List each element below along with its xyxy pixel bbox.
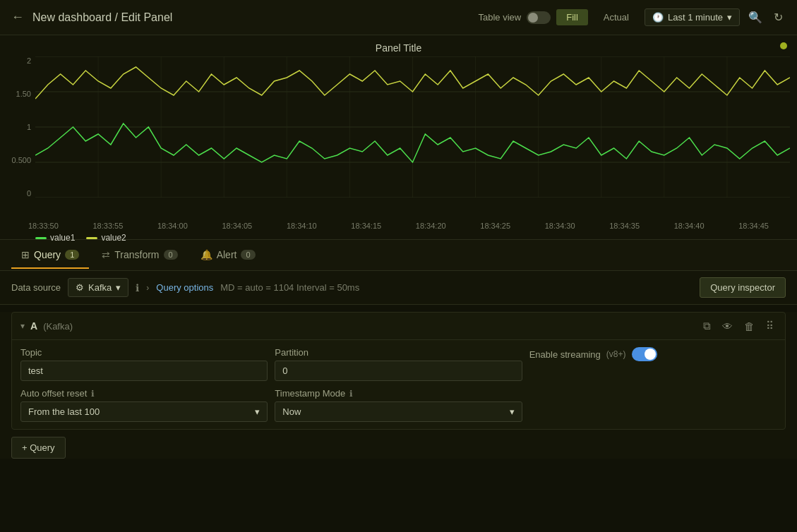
header-right: Table view Fill Actual 🕐 Last 1 minute ▾…: [479, 8, 786, 27]
timestamp-info-button[interactable]: ℹ: [349, 389, 353, 399]
y-label: 2: [27, 56, 31, 65]
alert-icon: 🔔: [200, 249, 212, 260]
query-letter: A: [30, 320, 37, 332]
chart-svg: [35, 56, 790, 198]
tab-alert[interactable]: 🔔 Alert 0: [191, 242, 265, 269]
time-range-label: Last 1 minute: [668, 12, 723, 23]
y-label: 1.50: [16, 90, 31, 98]
fill-button[interactable]: Fill: [556, 9, 588, 25]
tab-transform-badge: 0: [164, 250, 178, 260]
header: ← New dashboard / Edit Panel Table view …: [0, 0, 797, 35]
x-label: 18:34:20: [416, 222, 446, 230]
datasource-label: Data source: [11, 282, 61, 293]
partition-field-row: Partition: [275, 347, 522, 358]
query-fields: Topic Partition Enable streaming (v8+): [12, 340, 785, 429]
x-label: 18:34:00: [157, 222, 188, 230]
auto-offset-select[interactable]: From the last 100 ▾: [20, 401, 268, 422]
chevron-down-icon: ▾: [116, 282, 121, 293]
panel-title: Panel Title: [0, 42, 797, 54]
streaming-row: Enable streaming (v8+): [529, 347, 777, 361]
delete-button[interactable]: 🗑: [741, 319, 757, 334]
query-row-a: ▾ A (Kafka) ⧉ 👁 🗑 ⠿ Topic Partition: [11, 312, 786, 430]
x-label: 18:34:40: [674, 222, 705, 230]
y-label: 0: [27, 189, 31, 198]
tab-query-badge: 1: [65, 250, 79, 260]
x-label: 18:33:50: [28, 222, 59, 230]
streaming-toggle[interactable]: [632, 347, 657, 361]
collapse-icon[interactable]: ▾: [20, 321, 25, 331]
query-datasource-label: (Kafka): [43, 321, 73, 332]
datasource-name: Kafka: [88, 282, 112, 293]
auto-offset-value: From the last 100: [28, 406, 100, 417]
x-axis: 18:33:50 18:33:55 18:34:00 18:34:05 18:3…: [0, 219, 797, 230]
timestamp-field-group: Timestamp Mode ℹ Now ▾: [275, 388, 522, 422]
partition-input[interactable]: [275, 361, 522, 381]
query-options-link[interactable]: Query options: [156, 282, 213, 293]
x-label: 18:34:45: [738, 222, 769, 230]
legend-color-value1: [35, 237, 47, 239]
auto-offset-label: Auto offset reset: [20, 388, 87, 399]
tab-alert-label: Alert: [217, 249, 237, 260]
query-row-header: ▾ A (Kafka) ⧉ 👁 🗑 ⠿: [12, 313, 785, 340]
chart-container: Panel Title 2 1.50 1 0.500 0: [0, 35, 797, 240]
chevron-down-icon: ▾: [255, 406, 260, 417]
transform-icon: ⇄: [102, 249, 110, 260]
datasource-info-button[interactable]: ℹ: [136, 282, 139, 294]
y-axis: 2 1.50 1 0.500 0: [7, 56, 35, 198]
streaming-field-group: Enable streaming (v8+): [529, 347, 777, 381]
table-view-toggle[interactable]: [527, 11, 551, 24]
datasource-select[interactable]: ⚙ Kafka ▾: [68, 278, 128, 297]
tab-alert-badge: 0: [241, 250, 255, 260]
auto-offset-field-row: Auto offset reset ℹ: [20, 388, 268, 399]
chart-area: 2 1.50 1 0.500 0: [7, 56, 790, 219]
auto-offset-field-group: Auto offset reset ℹ From the last 100 ▾: [20, 388, 268, 422]
refresh-button[interactable]: ↻: [771, 8, 786, 27]
tab-transform-label: Transform: [114, 249, 159, 260]
x-label: 18:34:25: [480, 222, 510, 230]
x-label: 18:34:05: [222, 222, 252, 230]
query-row-actions: ⧉ 👁 🗑 ⠿: [700, 318, 777, 334]
separator-chevron: ›: [146, 283, 149, 293]
auto-offset-info-button[interactable]: ℹ: [91, 389, 95, 399]
partition-label: Partition: [275, 347, 308, 358]
topic-label: Topic: [20, 347, 42, 358]
back-button[interactable]: ←: [11, 10, 24, 25]
chevron-down-icon: ▾: [727, 12, 732, 23]
timestamp-label: Timestamp Mode: [275, 388, 345, 399]
time-range-button[interactable]: 🕐 Last 1 minute ▾: [645, 8, 740, 26]
query-inspector-button[interactable]: Query inspector: [700, 277, 786, 298]
y-label: 1: [27, 123, 31, 131]
x-label: 18:34:35: [609, 222, 640, 230]
eye-button[interactable]: 👁: [719, 319, 736, 334]
streaming-version: (v8+): [606, 349, 626, 359]
topic-field-group: Topic: [20, 347, 268, 381]
topic-input[interactable]: [20, 361, 268, 381]
y-label: 0.500: [11, 156, 31, 164]
timestamp-field-row: Timestamp Mode ℹ: [275, 388, 522, 399]
x-label: 18:33:55: [92, 222, 123, 230]
clock-icon: 🕐: [652, 12, 664, 23]
drag-handle[interactable]: ⠿: [763, 318, 777, 334]
legend-color-value2: [86, 237, 97, 239]
topic-field-row: Topic: [20, 347, 268, 358]
query-bar: Data source ⚙ Kafka ▾ ℹ › Query options …: [0, 271, 797, 305]
add-query-button[interactable]: + Query: [11, 437, 66, 459]
actual-button[interactable]: Actual: [594, 9, 639, 25]
table-view-label: Table view: [479, 12, 522, 23]
zoom-out-button[interactable]: 🔍: [745, 8, 765, 27]
query-section: ▾ A (Kafka) ⧉ 👁 🗑 ⠿ Topic Partition: [0, 312, 797, 459]
chevron-down-icon: ▾: [510, 406, 515, 417]
query-meta: MD = auto = 1104 Interval = 50ms: [220, 282, 359, 293]
status-indicator: [780, 42, 787, 49]
x-label: 18:34:15: [351, 222, 381, 230]
tab-query-label: Query: [34, 249, 61, 260]
tab-query[interactable]: ⊞ Query 1: [11, 242, 89, 269]
duplicate-button[interactable]: ⧉: [700, 318, 714, 334]
timestamp-value: Now: [282, 406, 301, 417]
x-label: 18:34:30: [545, 222, 575, 230]
breadcrumb: New dashboard / Edit Panel: [32, 11, 172, 24]
timestamp-select[interactable]: Now ▾: [275, 401, 522, 422]
gear-icon: ⚙: [76, 282, 84, 293]
query-icon: ⊞: [21, 249, 30, 260]
tab-transform[interactable]: ⇄ Transform 0: [92, 242, 187, 269]
